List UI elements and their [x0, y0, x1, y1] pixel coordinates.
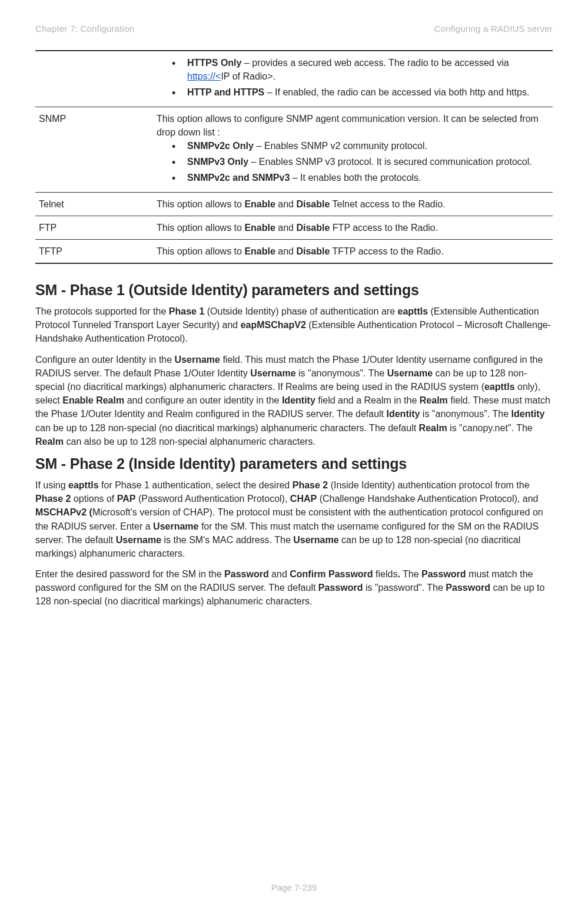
row-content: This option allows to Enable and Disable… [153, 239, 553, 263]
row-content: This option allows to Enable and Disable… [153, 216, 553, 239]
table-row: FTP This option allows to Enable and Dis… [35, 216, 553, 239]
page-header: Chapter 7: Configuration Configuring a R… [35, 24, 553, 34]
section-heading-phase2: SM - Phase 2 (Inside Identity) parameter… [35, 455, 553, 472]
bullet-item: HTTP and HTTPS – If enabled, the radio c… [172, 85, 549, 99]
body-paragraph: Configure an outer Identity in the Usern… [35, 353, 553, 448]
header-right: Configuring a RADIUS server [434, 24, 553, 34]
row-label [35, 51, 153, 107]
row-content: This option allows to configure SNMP age… [153, 107, 553, 192]
page-footer: Page 7-239 [0, 882, 588, 892]
body-paragraph: If using eapttls for Phase 1 authenticat… [35, 478, 553, 560]
table-row: Telnet This option allows to Enable and … [35, 192, 553, 216]
row-label: TFTP [35, 239, 153, 263]
bullet-item: SNMPv3 Only – Enables SNMP v3 protocol. … [172, 155, 549, 168]
table-row: HTTPS Only – provides a secured web acce… [35, 51, 553, 107]
body-paragraph: Enter the desired password for the SM in… [35, 567, 553, 609]
row-label: Telnet [35, 192, 153, 216]
https-link[interactable]: https://< [187, 71, 221, 81]
section-heading-phase1: SM - Phase 1 (Outside Identity) paramete… [35, 282, 553, 299]
row-content: HTTPS Only – provides a secured web acce… [153, 51, 553, 107]
bullet-item: SNMPv2c and SNMPv3 – It enables both the… [172, 171, 549, 184]
bullet-item: HTTPS Only – provides a secured web acce… [172, 56, 549, 83]
body-paragraph: The protocols supported for the Phase 1 … [35, 305, 553, 346]
config-table: HTTPS Only – provides a secured web acce… [35, 50, 553, 264]
table-row: TFTP This option allows to Enable and Di… [35, 239, 553, 263]
row-intro: This option allows to configure SNMP age… [157, 112, 549, 139]
row-content: This option allows to Enable and Disable… [153, 192, 553, 216]
row-label: FTP [35, 216, 153, 239]
table-row: SNMP This option allows to configure SNM… [35, 107, 553, 192]
header-left: Chapter 7: Configuration [35, 24, 134, 34]
bullet-item: SNMPv2c Only – Enables SNMP v2 community… [172, 139, 549, 153]
row-label: SNMP [35, 107, 153, 192]
